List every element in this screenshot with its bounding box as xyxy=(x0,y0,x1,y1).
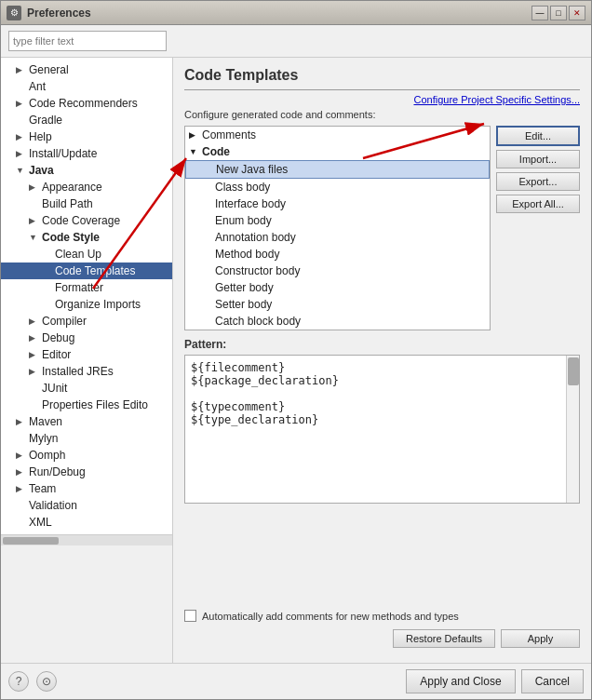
sidebar-label-help: Help xyxy=(29,130,52,143)
help-button[interactable]: ? xyxy=(8,671,29,692)
sidebar-item-oomph[interactable]: ▶Oomph xyxy=(1,447,172,464)
sidebar-item-code-style[interactable]: ▼Code Style xyxy=(1,229,172,246)
filter-input[interactable] xyxy=(8,31,167,51)
configure-link[interactable]: Configure Project Specific Settings... xyxy=(184,94,580,105)
footer-row: ? ⊙ Apply and Close Cancel xyxy=(1,663,591,699)
sidebar-item-java[interactable]: ▼Java xyxy=(1,162,172,179)
tree-arrow-debug: ▶ xyxy=(29,333,42,343)
maximize-button[interactable]: □ xyxy=(550,6,567,20)
sidebar-item-install-update[interactable]: ▶Install/Update xyxy=(1,145,172,162)
sidebar-label-install-update: Install/Update xyxy=(29,147,97,160)
sidebar-label-run-debug: Run/Debug xyxy=(29,465,86,478)
sidebar-item-maven[interactable]: ▶Maven xyxy=(1,413,172,430)
template-item-code[interactable]: ▼Code xyxy=(185,143,490,160)
settings-button[interactable]: ⊙ xyxy=(36,671,57,692)
sidebar-scrollbar[interactable] xyxy=(1,534,172,545)
sidebar-label-build-path: Build Path xyxy=(42,197,93,210)
sidebar-item-compiler[interactable]: ▶Compiler xyxy=(1,313,172,330)
template-item-setter-body[interactable]: Setter body xyxy=(185,296,490,313)
template-item-getter-body[interactable]: Getter body xyxy=(185,279,490,296)
sidebar-item-help[interactable]: ▶Help xyxy=(1,128,172,145)
pattern-label: Pattern: xyxy=(184,338,580,351)
restore-defaults-button[interactable]: Restore Defaults xyxy=(393,629,495,648)
sidebar-item-editor[interactable]: ▶Editor xyxy=(1,346,172,363)
minimize-button[interactable]: — xyxy=(531,6,548,20)
template-item-constructor-body[interactable]: Constructor body xyxy=(185,262,490,279)
tree-arrow-oomph: ▶ xyxy=(16,451,29,460)
template-label-constructor-body: Constructor body xyxy=(215,264,486,277)
sidebar-item-formatter[interactable]: Formatter xyxy=(1,279,172,296)
sidebar-label-team: Team xyxy=(29,482,56,495)
window-title: Preferences xyxy=(27,7,91,20)
right-panel: Code Templates Configure Project Specifi… xyxy=(173,58,591,663)
template-label-enum-body: Enum body xyxy=(215,214,486,227)
sidebar-item-run-debug[interactable]: ▶Run/Debug xyxy=(1,464,172,480)
tree-arrow-editor: ▶ xyxy=(29,350,42,359)
template-arrow-code: ▼ xyxy=(189,147,202,156)
sidebar-item-installed-jres[interactable]: ▶Installed JREs xyxy=(1,363,172,380)
sidebar-item-appearance[interactable]: ▶Appearance xyxy=(1,179,172,195)
configure-desc: Configure generated code and comments: xyxy=(184,109,580,120)
export-all-button[interactable]: Export All... xyxy=(496,195,580,213)
sidebar-label-code-templates: Code Templates xyxy=(55,264,136,277)
sidebar-label-ant: Ant xyxy=(29,80,46,93)
sidebar-item-gradle[interactable]: Gradle xyxy=(1,112,172,128)
sidebar-item-organize-imports[interactable]: Organize Imports xyxy=(1,296,172,313)
sidebar-label-java: Java xyxy=(29,164,54,177)
template-label-comments: Comments xyxy=(202,128,486,141)
sidebar-label-general: General xyxy=(29,63,69,76)
tree-arrow-compiler: ▶ xyxy=(29,316,42,326)
cancel-button[interactable]: Cancel xyxy=(521,669,584,693)
sidebar-item-mylyn[interactable]: Mylyn xyxy=(1,430,172,447)
filter-bar xyxy=(1,25,591,58)
sidebar-label-organize-imports: Organize Imports xyxy=(55,298,141,311)
apply-and-close-button[interactable]: Apply and Close xyxy=(406,669,515,693)
template-label-method-body: Method body xyxy=(215,248,486,261)
close-button[interactable]: ✕ xyxy=(569,6,585,20)
sidebar-item-build-path[interactable]: Build Path xyxy=(1,195,172,212)
export-button[interactable]: Export... xyxy=(496,172,580,191)
sidebar-item-debug[interactable]: ▶Debug xyxy=(1,330,172,346)
auto-comment-checkbox[interactable] xyxy=(184,610,196,622)
pattern-scroll-thumb xyxy=(568,357,579,385)
pattern-area[interactable]: ${filecomment} ${package_declaration} ${… xyxy=(184,355,580,504)
tree-arrow-maven: ▶ xyxy=(16,417,29,426)
title-bar: ⚙ Preferences — □ ✕ xyxy=(1,1,591,25)
template-item-catch-block-body[interactable]: Catch block body xyxy=(185,313,490,330)
pattern-container: ${filecomment} ${package_declaration} ${… xyxy=(184,355,580,602)
sidebar-item-ant[interactable]: Ant xyxy=(1,78,172,95)
template-item-enum-body[interactable]: Enum body xyxy=(185,212,490,229)
title-bar-left: ⚙ Preferences xyxy=(7,6,91,20)
template-item-class-body[interactable]: Class body xyxy=(185,179,490,195)
sidebar-label-installed-jres: Installed JREs xyxy=(42,365,114,378)
pattern-scrollbar[interactable] xyxy=(566,356,579,503)
template-label-class-body: Class body xyxy=(215,181,486,194)
sidebar-item-junit[interactable]: JUnit xyxy=(1,380,172,397)
import-button[interactable]: Import... xyxy=(496,150,580,168)
sidebar-item-code-recommenders[interactable]: ▶Code Recommenders xyxy=(1,95,172,112)
template-item-interface-body[interactable]: Interface body xyxy=(185,195,490,212)
sidebar-label-appearance: Appearance xyxy=(42,181,102,194)
sidebar-label-gradle: Gradle xyxy=(29,114,62,127)
sidebar-item-xml[interactable]: XML xyxy=(1,514,172,531)
sidebar-label-validation: Validation xyxy=(29,499,77,512)
sidebar-label-debug: Debug xyxy=(42,331,74,344)
main-area: ▶GeneralAnt▶Code RecommendersGradle▶Help… xyxy=(1,58,591,663)
panel-title: Code Templates xyxy=(184,67,580,90)
template-item-annotation-body[interactable]: Annotation body xyxy=(185,229,490,246)
sidebar-item-general[interactable]: ▶General xyxy=(1,61,172,78)
sidebar-item-code-coverage[interactable]: ▶Code Coverage xyxy=(1,212,172,229)
apply-button[interactable]: Apply xyxy=(501,629,580,648)
sidebar-item-team[interactable]: ▶Team xyxy=(1,480,172,497)
edit-button[interactable]: Edit... xyxy=(496,126,580,146)
template-item-method-body[interactable]: Method body xyxy=(185,246,490,262)
template-item-new-java-files[interactable]: New Java files xyxy=(185,160,490,179)
sidebar-item-code-templates[interactable]: Code Templates xyxy=(1,262,172,279)
sidebar-item-clean-up[interactable]: Clean Up xyxy=(1,246,172,262)
template-item-comments[interactable]: ▶Comments xyxy=(185,127,490,143)
sidebar-label-oomph: Oomph xyxy=(29,449,65,462)
template-label-catch-block-body: Catch block body xyxy=(215,315,486,328)
sidebar-item-validation[interactable]: Validation xyxy=(1,497,172,514)
sidebar-item-properties-files[interactable]: Properties Files Edito xyxy=(1,397,172,413)
tree-arrow-code-recommenders: ▶ xyxy=(16,99,29,108)
